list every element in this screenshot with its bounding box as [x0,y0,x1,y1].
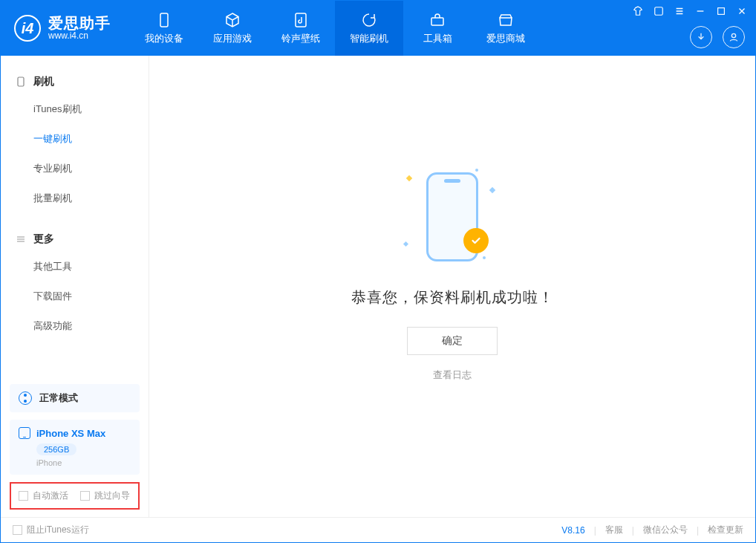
tab-smart-flash[interactable]: 智能刷机 [335,1,403,56]
music-file-icon [292,11,310,29]
tab-label: 智能刷机 [350,32,388,45]
account-button[interactable] [723,26,745,48]
sidebar-item-pro-flash[interactable]: 专业刷机 [33,154,149,183]
sparkle-icon [406,175,412,181]
menu-icon[interactable] [674,5,685,17]
sidebar-item-oneclick-flash[interactable]: 一键刷机 [33,124,149,154]
tab-ringtones[interactable]: 铃声壁纸 [267,1,335,56]
brand-text: 爱思助手 www.i4.cn [48,15,111,41]
checkbox-block-itunes[interactable]: 阻止iTunes运行 [13,524,89,536]
svg-point-5 [731,33,735,37]
separator: | [632,525,634,536]
status-right: V8.16 | 客服 | 微信公众号 | 检查更新 [561,524,743,536]
device-row: iPhone XS Max [19,427,131,439]
checkbox-icon [13,525,22,535]
sidebar-group-label: 刷机 [33,75,54,88]
sidebar-group1-items: iTunes刷机 一键刷机 专业刷机 批量刷机 [1,94,149,213]
sidebar-group-more: 更多 [1,227,149,252]
tab-label: 铃声壁纸 [281,32,320,45]
result-panel: 恭喜您，保资料刷机成功啦！ 确定 查看日志 [351,161,554,382]
tab-apps-games[interactable]: 应用游戏 [198,1,267,56]
download-button[interactable] [690,26,712,48]
svg-rect-2 [431,18,443,25]
status-bar: 阻止iTunes运行 V8.16 | 客服 | 微信公众号 | 检查更新 [1,517,755,542]
main-content: 恭喜您，保资料刷机成功啦！ 确定 查看日志 [149,56,755,517]
separator: | [594,525,596,536]
svg-rect-3 [655,7,663,16]
device-capacity: 256GB [36,443,76,455]
ok-button[interactable]: 确定 [407,327,498,355]
svg-rect-0 [160,13,168,27]
device-name: iPhone XS Max [36,428,105,439]
tab-store[interactable]: 爱思商城 [472,1,540,56]
checkbox-icon [19,491,28,501]
window-controls-bottom [690,26,745,48]
window-controls-top [632,5,748,17]
sidebar-item-other-tools[interactable]: 其他工具 [33,252,149,282]
sidebar-item-itunes-flash[interactable]: iTunes刷机 [33,94,149,124]
sidebar-group-label: 更多 [33,233,54,246]
dot-icon [475,169,478,172]
sidebar: 刷机 iTunes刷机 一键刷机 专业刷机 批量刷机 更多 其他工具 下载固件 … [1,56,149,517]
version-label: V8.16 [561,525,584,536]
tab-label: 工具箱 [423,32,452,45]
redbox: 自动激活 跳过向导 [10,482,140,510]
sidebar-group2-items: 其他工具 下载固件 高级功能 [1,252,149,341]
refresh-shield-icon [360,11,378,29]
checkbox-label: 自动激活 [33,490,68,502]
highlighted-options: 自动激活 跳过向导 [10,482,140,510]
brand-logo-icon: i4 [14,15,41,42]
support-link[interactable]: 客服 [605,524,623,536]
checkbox-skip-guide[interactable]: 跳过向导 [80,490,130,502]
sidebar-bottom: 正常模式 iPhone XS Max 256GB iPhone 自动激活 [1,377,149,517]
sidebar-item-download-firmware[interactable]: 下载固件 [33,282,149,311]
svg-rect-1 [296,13,306,27]
sidebar-item-batch-flash[interactable]: 批量刷机 [33,183,149,213]
app-window: i4 爱思助手 www.i4.cn 我的设备 应用游戏 铃声壁纸 智能刷机 [0,0,756,543]
tab-label: 我的设备 [145,32,183,45]
feedback-icon[interactable] [653,5,665,17]
mode-card[interactable]: 正常模式 [10,384,140,412]
success-illustration [397,161,508,273]
cube-icon [224,11,241,29]
tab-my-device[interactable]: 我的设备 [130,1,198,56]
checkbox-auto-activate[interactable]: 自动激活 [19,490,68,502]
tab-label: 应用游戏 [213,32,252,45]
store-icon [497,11,515,29]
mode-label: 正常模式 [39,391,78,405]
result-title: 恭喜您，保资料刷机成功啦！ [351,287,554,308]
success-check-badge-icon [463,228,489,253]
dot-icon [483,256,486,259]
sidebar-group-flash: 刷机 [1,69,149,94]
maximize-button[interactable] [715,5,727,17]
toolbox-icon [428,11,446,29]
sparkle-icon [489,187,495,193]
brand-title: 爱思助手 [48,15,111,31]
sidebar-item-advanced[interactable]: 高级功能 [33,311,149,341]
tab-toolbox[interactable]: 工具箱 [403,1,472,56]
main-tabs: 我的设备 应用游戏 铃声壁纸 智能刷机 工具箱 爱思商城 [130,1,540,56]
phone-outline-icon [16,77,26,87]
titlebar: i4 爱思助手 www.i4.cn 我的设备 应用游戏 铃声壁纸 智能刷机 [1,1,755,56]
separator: | [697,525,699,536]
body: 刷机 iTunes刷机 一键刷机 专业刷机 批量刷机 更多 其他工具 下载固件 … [1,56,755,517]
skin-icon[interactable] [632,5,644,17]
device-icon [155,11,173,29]
checkbox-label: 阻止iTunes运行 [27,524,89,536]
device-type: iPhone [36,458,131,467]
svg-rect-6 [18,77,24,86]
brand: i4 爱思助手 www.i4.cn [1,1,124,56]
check-update-link[interactable]: 检查更新 [708,524,743,536]
brand-subtitle: www.i4.cn [48,31,111,41]
device-phone-icon [19,427,30,439]
tab-label: 爱思商城 [486,32,525,45]
wechat-link[interactable]: 微信公众号 [643,524,688,536]
view-log-link[interactable]: 查看日志 [433,368,472,382]
svg-rect-4 [718,8,725,15]
device-card[interactable]: iPhone XS Max 256GB iPhone [10,420,140,475]
minimize-button[interactable] [694,5,706,17]
checkbox-label: 跳过向导 [94,490,130,502]
sparkle-icon [403,241,408,247]
list-icon [16,234,26,244]
close-button[interactable] [736,5,748,17]
